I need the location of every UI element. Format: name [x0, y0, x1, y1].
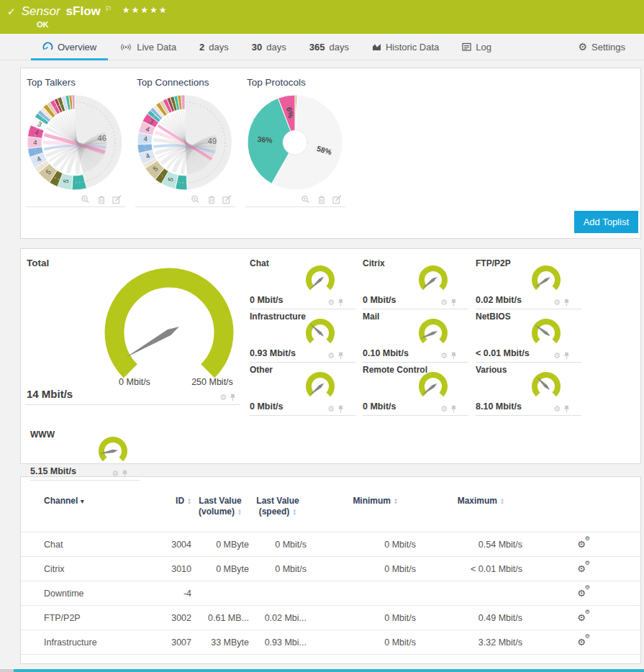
- delete-icon[interactable]: [207, 195, 216, 204]
- cell-channel[interactable]: Citrix: [21, 557, 158, 581]
- gauge-value: < 0.01 Mbit/s: [476, 348, 530, 358]
- gauge-value: 14 Mbit/s: [27, 388, 73, 400]
- gear-icon[interactable]: ⚙: [440, 405, 448, 413]
- sensor-title: sFlow: [66, 4, 101, 19]
- sensor-kind-label: Sensor: [22, 4, 60, 19]
- toplist-top-talkers: Top Talkers 46554443: [25, 77, 125, 207]
- tab-settings[interactable]: ⚙ Settings: [566, 34, 637, 60]
- gauge-chart: [412, 368, 454, 403]
- cell-channel[interactable]: Downtime: [21, 581, 158, 606]
- gear-icon[interactable]: ⚙: [553, 405, 561, 413]
- gauge-chart: [525, 368, 567, 403]
- gear-icon[interactable]: ⚙: [440, 352, 448, 360]
- cell-id: 3007: [158, 630, 191, 655]
- delete-icon[interactable]: [97, 195, 106, 204]
- edit-icon[interactable]: [112, 195, 122, 204]
- cell-last-value-speed: 0 Mbit/s: [249, 557, 307, 581]
- col-header-minimum[interactable]: Minimum▲▼: [307, 496, 416, 532]
- gauge-chart: [299, 262, 341, 296]
- pin-icon[interactable]: [563, 352, 570, 360]
- pin-icon[interactable]: [450, 405, 457, 413]
- gauge-value: 0.93 Mbit/s: [250, 348, 296, 358]
- zoom-icon[interactable]: [81, 195, 91, 204]
- gauge-value: 0 Mbit/s: [363, 401, 396, 412]
- gear-icon[interactable]: ⚙: [553, 352, 561, 360]
- total-gauge-cell: Total 0 Mbit/s 250 Mbit/s 14 Mbit/s ⚙: [25, 256, 240, 405]
- pin-icon[interactable]: [230, 394, 236, 401]
- cell-channel[interactable]: Infrastructure: [21, 630, 158, 655]
- pin-icon[interactable]: [337, 299, 344, 307]
- delete-icon[interactable]: [317, 195, 326, 204]
- toplist-top-connections: Top Connections 49554443: [135, 77, 235, 207]
- gauge-chart: [299, 315, 341, 350]
- cell-id: 3004: [158, 532, 191, 557]
- chart-icon: [372, 42, 381, 51]
- cell-channel[interactable]: Chat: [21, 532, 158, 557]
- channel-settings-icon[interactable]: ⚙⚙: [577, 637, 586, 648]
- cell-actions: ⚙⚙: [522, 532, 640, 557]
- gear-icon[interactable]: ⚙: [553, 299, 561, 307]
- col-header-maximum[interactable]: Maximum▲▼: [416, 496, 522, 532]
- cell-actions: ⚙⚙: [522, 606, 640, 630]
- tab-overview[interactable]: Overview: [31, 34, 108, 60]
- col-header-last-value-volume[interactable]: Last Value(volume)▲▼: [191, 496, 249, 532]
- tab-log[interactable]: Log: [450, 34, 503, 60]
- tab-live-data[interactable]: Live Data: [108, 34, 188, 60]
- cell-minimum: 0 Mbit/s: [307, 630, 416, 655]
- signal-icon: [119, 42, 132, 52]
- top-connections-chart[interactable]: 49554443: [135, 92, 235, 193]
- page-content: Top Talkers 46554443 Top Connections 495…: [0, 60, 644, 664]
- tab-30-days[interactable]: 30 days: [240, 34, 298, 60]
- gauge-cell-infrastructure: Infrastructure0.93 Mbit/s⚙: [250, 309, 355, 363]
- edit-icon[interactable]: [332, 195, 343, 204]
- channel-settings-icon[interactable]: ⚙⚙: [577, 563, 586, 574]
- col-header-last-value-speed[interactable]: Last Value(speed)▲▼: [249, 496, 307, 532]
- top-talkers-chart[interactable]: 46554443: [25, 92, 125, 193]
- total-gauge-chart: 0 Mbit/s 250 Mbit/s: [25, 265, 240, 389]
- table-row-downtime: Downtime-4⚙⚙: [21, 581, 640, 606]
- zoom-icon[interactable]: [191, 195, 201, 204]
- gear-icon[interactable]: ⚙: [327, 299, 335, 307]
- cell-minimum: 0 Mbit/s: [307, 557, 416, 581]
- add-toplist-button[interactable]: Add Toplist: [574, 211, 638, 233]
- pin-icon[interactable]: [337, 405, 344, 413]
- pin-icon[interactable]: [122, 470, 128, 478]
- gear-icon[interactable]: ⚙: [219, 394, 227, 401]
- toplists-panel: Top Talkers 46554443 Top Connections 495…: [20, 68, 641, 239]
- top-protocols-chart[interactable]: 58%36%6%: [245, 92, 345, 193]
- tab-historic-data[interactable]: Historic Data: [360, 34, 450, 60]
- tab-2-days[interactable]: 2 days: [188, 34, 240, 60]
- col-header-channel[interactable]: Channel ▾: [21, 496, 158, 532]
- zoom-icon[interactable]: [301, 195, 311, 204]
- channel-settings-icon[interactable]: ⚙⚙: [577, 612, 586, 623]
- gear-icon[interactable]: ⚙: [440, 299, 448, 307]
- pin-icon[interactable]: [563, 405, 570, 413]
- tab-365-days[interactable]: 365 days: [298, 34, 360, 60]
- gauge-cell-netbios: NetBIOS< 0.01 Mbit/s⚙: [476, 309, 581, 363]
- gauge-icon: [42, 42, 53, 53]
- priority-stars[interactable]: ★★★★★: [122, 3, 168, 17]
- col-header-id[interactable]: ID▲▼: [158, 496, 191, 532]
- gear-icon[interactable]: ⚙: [112, 470, 119, 478]
- log-icon: [462, 42, 471, 51]
- channel-settings-icon[interactable]: ⚙⚙: [577, 539, 586, 550]
- cell-minimum: 0 Mbit/s: [307, 532, 416, 557]
- pin-icon[interactable]: [337, 352, 344, 360]
- pin-icon[interactable]: [450, 352, 457, 360]
- pin-icon[interactable]: [563, 299, 570, 307]
- gauge-value: 0 Mbit/s: [250, 295, 284, 305]
- channel-settings-icon[interactable]: ⚙⚙: [577, 588, 586, 599]
- pin-icon[interactable]: [450, 299, 457, 307]
- gauge-value: 0.02 Mbit/s: [476, 295, 522, 305]
- cell-channel[interactable]: FTP/P2P: [21, 606, 158, 630]
- channel-table-panel: Channel ▾ ID▲▼ Last Value(volume)▲▼ Last…: [20, 476, 641, 664]
- sort-arrows-icon: ▲▼: [292, 509, 296, 516]
- gauge-cell-remote-control: Remote Control0 Mbit/s⚙: [363, 363, 468, 416]
- flag-icon[interactable]: ⚐: [105, 1, 112, 16]
- gauge-value: 0 Mbit/s: [250, 401, 284, 412]
- table-row-citrix: Citrix30100 MByte0 Mbit/s0 Mbit/s< 0.01 …: [21, 557, 640, 581]
- gauge-chart: [412, 315, 454, 350]
- edit-icon[interactable]: [222, 195, 232, 204]
- gear-icon[interactable]: ⚙: [327, 405, 335, 413]
- gear-icon[interactable]: ⚙: [327, 352, 335, 360]
